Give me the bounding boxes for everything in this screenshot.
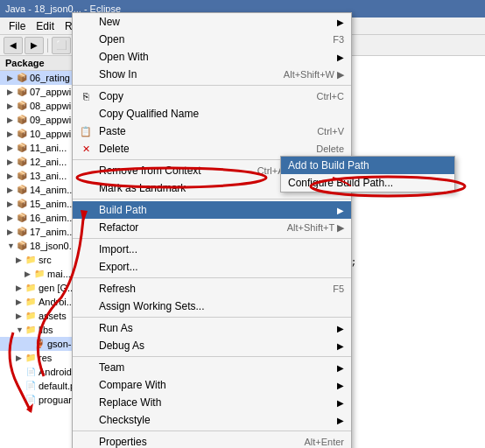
menu-item-paste[interactable]: 📋 Paste Ctrl+V bbox=[73, 122, 351, 140]
shortcut-text: Delete bbox=[299, 144, 344, 154]
arrow-icon: ▶ bbox=[337, 324, 344, 333]
submenu-item-configure[interactable]: Configure Build Path... bbox=[281, 174, 454, 192]
arrow-icon: ▶ bbox=[337, 363, 344, 373]
menu-item-label: New bbox=[99, 16, 120, 28]
separator-3 bbox=[73, 199, 351, 200]
menu-item-label: Paste bbox=[99, 125, 126, 137]
separator-5 bbox=[73, 277, 351, 278]
menu-item-open-with[interactable]: Open With ▶ bbox=[73, 48, 351, 66]
menu-item-label: Open bbox=[99, 33, 124, 46]
menu-item-refresh[interactable]: Refresh F5 bbox=[73, 280, 351, 298]
menu-item-debug-as[interactable]: Debug As ▶ bbox=[73, 337, 351, 354]
arrow-icon: ▶ bbox=[337, 206, 344, 215]
menu-item-replace[interactable]: Replace With ▶ bbox=[73, 394, 351, 411]
shortcut-text: Alt+Shift+T ▶ bbox=[270, 222, 344, 234]
submenu-item-add-build-path[interactable]: Add to Build Path bbox=[281, 157, 454, 174]
menu-item-export[interactable]: Export... bbox=[73, 258, 351, 276]
menu-item-label: Compare With bbox=[99, 379, 166, 391]
arrow-icon: ▶ bbox=[337, 398, 344, 408]
menu-item-show-in[interactable]: Show In Alt+Shift+W ▶ bbox=[73, 66, 351, 83]
arrow-icon: ▶ bbox=[337, 416, 344, 425]
submenu-item-label: Add to Build Path bbox=[288, 159, 369, 172]
arrow-icon: ▶ bbox=[337, 381, 344, 390]
menu-item-label: Assign Working Sets... bbox=[99, 300, 205, 312]
menu-item-label: Mark as Landmark bbox=[99, 182, 186, 194]
separator-8 bbox=[73, 430, 351, 431]
menu-item-label: Debug As bbox=[99, 340, 144, 352]
arrow-icon: ▶ bbox=[337, 18, 344, 27]
menu-item-label: Remove from Context bbox=[99, 164, 201, 177]
menu-item-delete[interactable]: ✕ Delete Delete bbox=[73, 140, 351, 158]
menu-item-checkstyle[interactable]: Checkstyle ▶ bbox=[73, 411, 351, 429]
menu-item-label: Build Path bbox=[99, 204, 147, 216]
menu-item-label: Delete bbox=[99, 143, 130, 155]
separator-1 bbox=[73, 85, 351, 86]
build-path-submenu: Add to Build Path Configure Build Path..… bbox=[280, 156, 455, 192]
separator-6 bbox=[73, 317, 351, 318]
menu-item-compare[interactable]: Compare With ▶ bbox=[73, 376, 351, 394]
paste-icon: 📋 bbox=[78, 126, 94, 137]
menu-item-label: Properties bbox=[99, 436, 147, 448]
menu-item-label: Copy Qualified Name bbox=[99, 108, 199, 120]
shortcut-text: Alt+Enter bbox=[286, 437, 344, 447]
separator-7 bbox=[73, 356, 351, 357]
menu-item-copy[interactable]: ⎘ Copy Ctrl+C bbox=[73, 88, 351, 105]
svg-marker-3 bbox=[26, 403, 33, 413]
menu-item-label: Show In bbox=[99, 68, 137, 80]
context-menu-overlay: New ▶ Open F3 Open With ▶ Show In Alt+Sh… bbox=[0, 0, 485, 448]
menu-item-refactor[interactable]: Refactor Alt+Shift+T ▶ bbox=[73, 219, 351, 236]
menu-item-working-sets[interactable]: Assign Working Sets... bbox=[73, 298, 351, 315]
arrow-icon: ▶ bbox=[337, 341, 344, 351]
menu-item-team[interactable]: Team ▶ bbox=[73, 359, 351, 376]
menu-item-label: Import... bbox=[99, 243, 137, 256]
menu-item-label: Copy bbox=[99, 90, 123, 102]
shortcut-text: F3 bbox=[315, 34, 344, 45]
separator-4 bbox=[73, 238, 351, 239]
menu-item-label: Refresh bbox=[99, 283, 136, 295]
menu-item-properties[interactable]: Properties Alt+Enter bbox=[73, 433, 351, 448]
menu-item-open[interactable]: Open F3 bbox=[73, 31, 351, 48]
menu-item-label: Run As bbox=[99, 322, 133, 334]
arrow-icon: ▶ bbox=[337, 52, 344, 62]
menu-item-run-as[interactable]: Run As ▶ bbox=[73, 319, 351, 337]
delete-icon: ✕ bbox=[78, 144, 94, 155]
menu-item-build-path[interactable]: Build Path ▶ bbox=[73, 201, 351, 219]
menu-item-label: Refactor bbox=[99, 221, 138, 234]
menu-item-copy-qualified[interactable]: Copy Qualified Name bbox=[73, 105, 351, 122]
shortcut-text: Alt+Shift+W ▶ bbox=[266, 69, 344, 80]
menu-item-label: Open With bbox=[99, 51, 149, 63]
shortcut-text: Ctrl+C bbox=[299, 91, 344, 102]
menu-item-label: Team bbox=[99, 361, 124, 374]
menu-item-new[interactable]: New ▶ bbox=[73, 13, 351, 31]
shortcut-text: F5 bbox=[315, 284, 344, 294]
menu-item-import[interactable]: Import... bbox=[73, 241, 351, 258]
copy-icon: ⎘ bbox=[78, 91, 94, 102]
menu-item-label: Replace With bbox=[99, 396, 161, 409]
shortcut-text: Ctrl+V bbox=[299, 126, 344, 136]
submenu-item-label: Configure Build Path... bbox=[288, 177, 393, 189]
menu-item-label: Export... bbox=[99, 261, 138, 273]
menu-item-label: Checkstyle bbox=[99, 414, 151, 426]
context-menu: New ▶ Open F3 Open With ▶ Show In Alt+Sh… bbox=[72, 12, 352, 448]
